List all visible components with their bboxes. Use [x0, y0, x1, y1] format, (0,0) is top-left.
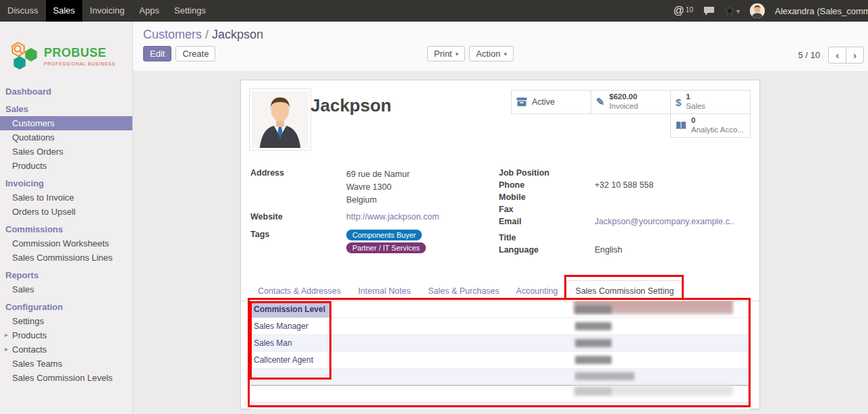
- title-label: Title: [499, 233, 595, 244]
- commission-level-table: Commission Level Sales Manager Sales Man…: [250, 301, 750, 410]
- menu-settings[interactable]: Settings: [167, 0, 213, 22]
- analytic-count: 0: [691, 116, 744, 126]
- job-position-label: Job Position: [499, 168, 595, 179]
- customer-avatar-image[interactable]: [249, 88, 311, 151]
- menu-apps[interactable]: Apps: [132, 0, 167, 22]
- sidebar-item-config-contacts[interactable]: ▸ Contacts: [0, 342, 132, 357]
- sidebar-item-commission-worksheets[interactable]: Commission Worksheets: [0, 236, 132, 251]
- tag-partner-it-services[interactable]: Partner / IT Services: [346, 242, 426, 253]
- sidebar-item-quotations[interactable]: Quotations: [0, 130, 132, 145]
- star-icon: [725, 6, 734, 16]
- action-dropdown[interactable]: Action ▾: [469, 46, 514, 61]
- phone-value[interactable]: +32 10 588 558: [595, 180, 751, 191]
- tab-sales-commission-setting[interactable]: Sales Commission Setting: [566, 280, 683, 302]
- sidebar-item-dashboard[interactable]: Dashboard: [0, 84, 132, 99]
- user-avatar[interactable]: [750, 3, 765, 18]
- chevron-left-icon: ‹: [836, 49, 839, 61]
- pencil-icon: ✎: [596, 96, 605, 108]
- tab-contacts-addresses[interactable]: Contacts & Addresses: [250, 280, 349, 302]
- breadcrumb-separator: /: [205, 28, 209, 41]
- brand-name: PROBUSE: [44, 46, 115, 60]
- mentions-indicator[interactable]: @ 10: [674, 3, 693, 18]
- website-link[interactable]: http://www.jackpson.com: [346, 212, 439, 222]
- sidebar-item-reports[interactable]: Reports: [0, 268, 132, 282]
- tab-sales-purchases[interactable]: Sales & Purchases: [420, 280, 508, 302]
- field-address: Address 69 rue de Namur Wavre 1300 Belgi…: [250, 168, 493, 207]
- create-button[interactable]: Create: [175, 46, 215, 61]
- pager-next-button[interactable]: ›: [846, 47, 864, 63]
- sidebar-item-sales-teams[interactable]: Sales Teams: [0, 357, 132, 371]
- invoiced-amount: $620.00: [609, 93, 639, 102]
- sidebar-nav: Dashboard Sales Customers Quotations Sal…: [0, 84, 132, 385]
- sidebar-item-config-products[interactable]: ▸ Products: [0, 328, 132, 342]
- address-label: Address: [250, 168, 346, 207]
- pager-previous-button[interactable]: ‹: [828, 47, 846, 63]
- breadcrumb-customers[interactable]: Customers: [143, 28, 202, 41]
- analytic-accounts-stat-button[interactable]: 0 Analytic Acco...: [670, 113, 751, 138]
- tab-accounting[interactable]: Accounting: [508, 280, 566, 302]
- sidebar-item-sales[interactable]: Sales: [0, 102, 132, 116]
- email-link[interactable]: Jackpson@yourcompany.example.c..: [595, 217, 734, 226]
- edit-button[interactable]: Edit: [143, 46, 171, 61]
- pager-count: 5 / 10: [798, 50, 820, 60]
- fax-label: Fax: [499, 205, 595, 215]
- probuse-logo-icon: [9, 41, 39, 71]
- menu-invoicing[interactable]: Invoicing: [82, 0, 132, 22]
- table-row-empty: [250, 386, 750, 403]
- notebook-tabs: Contacts & Addresses Internal Notes Sale…: [241, 280, 759, 301]
- sidebar-item-reports-sales[interactable]: Sales: [0, 282, 132, 296]
- user-menu[interactable]: Alexandra (Sales_comm..: [775, 6, 868, 16]
- dollar-icon: $: [676, 97, 681, 108]
- column-header-commission-level[interactable]: Commission Level: [250, 301, 330, 317]
- fax-value[interactable]: [595, 205, 751, 215]
- table-row-empty: [250, 369, 750, 386]
- menu-discuss[interactable]: Discuss: [0, 0, 46, 22]
- sidebar-item-sales-to-invoice[interactable]: Sales to Invoice: [0, 190, 132, 205]
- sidebar-item-products[interactable]: Products: [0, 159, 132, 173]
- title-value[interactable]: [595, 233, 751, 244]
- table-row-empty: [250, 403, 750, 410]
- language-label: Language: [499, 245, 595, 256]
- invoiced-label: Invoiced: [609, 102, 639, 111]
- active-toggle-button[interactable]: Active: [511, 90, 591, 114]
- invoiced-stat-button[interactable]: ✎ $620.00 Invoiced: [591, 90, 671, 114]
- debug-menu[interactable]: ▾: [725, 6, 740, 16]
- print-dropdown[interactable]: Print ▾: [427, 46, 465, 61]
- sidebar-item-sales-commissions-lines[interactable]: Sales Commissions Lines: [0, 251, 132, 265]
- sidebar-item-sales-commission-levels[interactable]: Sales Commission Levels: [0, 371, 132, 385]
- probuse-logo[interactable]: PROBUSE PROFESSIONAL BUSINESS: [0, 22, 132, 81]
- chat-icon[interactable]: [703, 6, 715, 16]
- caret-right-icon: ▸: [5, 345, 8, 353]
- language-value[interactable]: English: [595, 245, 751, 256]
- job-position-value[interactable]: [595, 168, 751, 179]
- field-mobile: Mobile: [499, 192, 751, 203]
- table-row-sales-manager[interactable]: Sales Manager: [250, 318, 750, 335]
- sales-stat-button[interactable]: $ 1 Sales: [670, 90, 751, 114]
- main-area: Customers/Jackpson Edit Create Print ▾ A…: [133, 22, 868, 414]
- sidebar-item-commissions[interactable]: Commissions: [0, 222, 132, 236]
- sidebar-item-configuration[interactable]: Configuration: [0, 300, 132, 314]
- mobile-value[interactable]: [595, 192, 751, 203]
- probuse-logo-text: PROBUSE PROFESSIONAL BUSINESS: [44, 46, 115, 66]
- stat-buttons: Active ✎ $620.00 Invoiced $ 1 Sales: [510, 90, 751, 138]
- mobile-label: Mobile: [499, 192, 595, 203]
- tab-internal-notes[interactable]: Internal Notes: [349, 280, 420, 302]
- record-pager: 5 / 10 ‹ ›: [798, 47, 864, 63]
- active-label: Active: [532, 97, 555, 107]
- control-panel: Customers/Jackpson Edit Create Print ▾ A…: [133, 22, 868, 71]
- mention-count: 10: [686, 6, 693, 14]
- table-row-sales-man[interactable]: Sales Man: [250, 335, 750, 352]
- field-tags: Tags Components Buyer Partner / IT Servi…: [250, 230, 493, 255]
- field-website: Website http://www.jackpson.com: [250, 212, 493, 223]
- sidebar-item-orders-to-upsell[interactable]: Orders to Upsell: [0, 205, 132, 219]
- sidebar-item-config-settings[interactable]: Settings: [0, 314, 132, 328]
- table-row-callcenter-agent[interactable]: Callcenter Agent: [250, 352, 750, 369]
- address-value[interactable]: 69 rue de Namur Wavre 1300 Belgium: [346, 168, 493, 207]
- left-field-group: Address 69 rue de Namur Wavre 1300 Belgi…: [250, 168, 493, 257]
- sidebar-item-sales-orders[interactable]: Sales Orders: [0, 145, 132, 159]
- menu-sales[interactable]: Sales: [46, 0, 83, 22]
- sidebar-item-customers[interactable]: Customers: [0, 116, 132, 130]
- caret-down-icon: ▾: [504, 51, 507, 57]
- tag-components-buyer[interactable]: Components Buyer: [346, 230, 422, 240]
- sidebar-item-invoicing[interactable]: Invoicing: [0, 176, 132, 190]
